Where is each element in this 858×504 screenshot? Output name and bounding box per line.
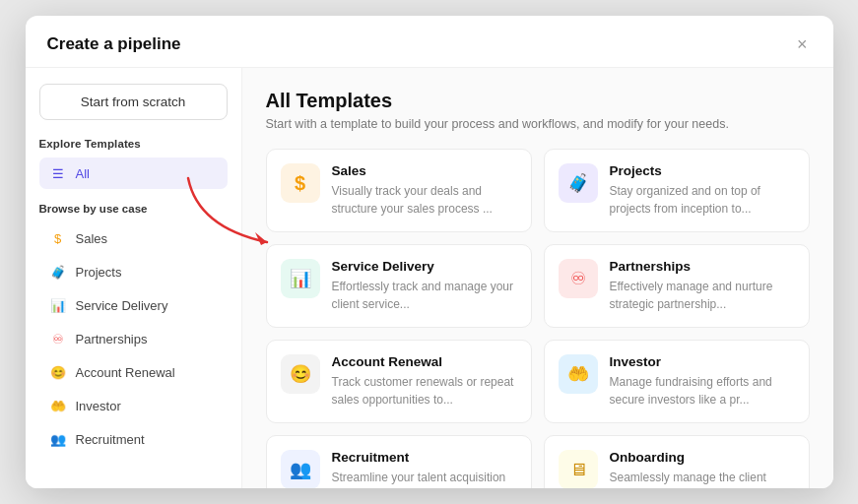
sidebar-item-sales[interactable]: $ Sales (39, 222, 228, 254)
sidebar-item-partnerships[interactable]: ♾ Partnerships (39, 323, 228, 354)
recruitment-icon: 👥 (49, 430, 67, 448)
template-onboarding-name: Onboarding (610, 450, 795, 465)
sidebar-item-investor-label: Investor (76, 399, 121, 413)
template-card-onboarding[interactable]: 🖥 Onboarding Seamlessly manage the clien… (544, 435, 810, 488)
template-investor-name: Investor (610, 354, 795, 369)
template-service-desc: Effortlessly track and manage your clien… (332, 278, 517, 313)
templates-subtitle: Start with a template to build your proc… (266, 117, 810, 131)
template-partnerships-name: Partnerships (610, 259, 795, 274)
modal-title: Create a pipeline (47, 34, 181, 54)
sidebar-item-all[interactable]: ☰ All (39, 158, 228, 189)
template-partnerships-icon: ♾ (559, 259, 598, 298)
template-investor-icon: 🤲 (559, 354, 598, 394)
main-content: All Templates Start with a template to b… (242, 68, 833, 488)
template-card-recruitment[interactable]: 👥 Recruitment Streamline your talent acq… (266, 435, 532, 488)
template-card-investor[interactable]: 🤲 Investor Manage fundraising efforts an… (544, 340, 810, 423)
template-card-sales[interactable]: $ Sales Visually track your deals and st… (266, 149, 532, 232)
template-recruitment-icon: 👥 (281, 450, 320, 488)
sidebar-item-account-renewal-label: Account Renewal (76, 365, 175, 380)
browse-by-use-case-title: Browse by use case (39, 203, 228, 215)
template-onboarding-icon: 🖥 (559, 450, 598, 488)
create-pipeline-modal: Create a pipeline × Start from scratch E… (26, 16, 833, 488)
sales-icon: $ (49, 229, 67, 247)
modal-body: Start from scratch Explore Templates ☰ A… (26, 68, 833, 488)
service-delivery-icon: 📊 (49, 296, 67, 314)
sidebar-item-all-label: All (76, 166, 90, 181)
templates-title: All Templates (266, 90, 810, 112)
template-partnerships-desc: Effectively manage and nurture strategic… (610, 278, 795, 313)
partnerships-icon: ♾ (49, 330, 67, 347)
sidebar-item-recruitment[interactable]: 👥 Recruitment (39, 423, 228, 455)
template-recruitment-name: Recruitment (332, 450, 517, 465)
projects-icon: 🧳 (49, 263, 67, 281)
template-sales-name: Sales (332, 163, 517, 178)
all-icon: ☰ (49, 164, 67, 182)
template-onboarding-desc: Seamlessly manage the client onboarding … (610, 469, 795, 488)
template-investor-desc: Manage fundraising efforts and secure in… (610, 373, 795, 409)
start-from-scratch-button[interactable]: Start from scratch (39, 84, 228, 120)
template-service-icon: 📊 (281, 259, 320, 298)
template-card-partnerships[interactable]: ♾ Partnerships Effectively manage and nu… (544, 244, 810, 328)
template-projects-name: Projects (610, 163, 795, 178)
template-renewal-desc: Track customer renewals or repeat sales … (332, 373, 517, 409)
explore-templates-title: Explore Templates (39, 138, 228, 150)
account-renewal-icon: 😊 (49, 363, 67, 381)
template-sales-desc: Visually track your deals and structure … (332, 182, 517, 218)
template-service-name: Service Delivery (332, 259, 517, 274)
template-card-account-renewal[interactable]: 😊 Account Renewal Track customer renewal… (266, 340, 532, 423)
sidebar-item-projects[interactable]: 🧳 Projects (39, 256, 228, 287)
template-recruitment-desc: Streamline your talent acquisition proce… (332, 469, 517, 488)
modal-header: Create a pipeline × (26, 16, 833, 68)
template-card-projects[interactable]: 🧳 Projects Stay organized and on top of … (544, 149, 810, 232)
sidebar-item-service-delivery[interactable]: 📊 Service Delivery (39, 289, 228, 321)
template-renewal-name: Account Renewal (332, 354, 517, 369)
sidebar: Start from scratch Explore Templates ☰ A… (26, 68, 242, 488)
template-projects-desc: Stay organized and on top of projects fr… (610, 182, 795, 218)
sidebar-item-service-delivery-label: Service Delivery (76, 298, 168, 313)
sidebar-item-account-renewal[interactable]: 😊 Account Renewal (39, 356, 228, 388)
sidebar-item-projects-label: Projects (76, 265, 122, 280)
close-button[interactable]: × (793, 33, 812, 55)
template-card-service-delivery[interactable]: 📊 Service Delivery Effortlessly track an… (266, 244, 532, 328)
sidebar-item-investor[interactable]: 🤲 Investor (39, 390, 228, 421)
template-sales-icon: $ (281, 163, 320, 203)
templates-grid: $ Sales Visually track your deals and st… (266, 149, 810, 488)
investor-icon: 🤲 (49, 397, 67, 414)
sidebar-item-recruitment-label: Recruitment (76, 432, 145, 447)
template-renewal-icon: 😊 (281, 354, 320, 394)
sidebar-item-sales-label: Sales (76, 231, 108, 246)
sidebar-item-partnerships-label: Partnerships (76, 332, 148, 346)
template-projects-icon: 🧳 (559, 163, 598, 203)
